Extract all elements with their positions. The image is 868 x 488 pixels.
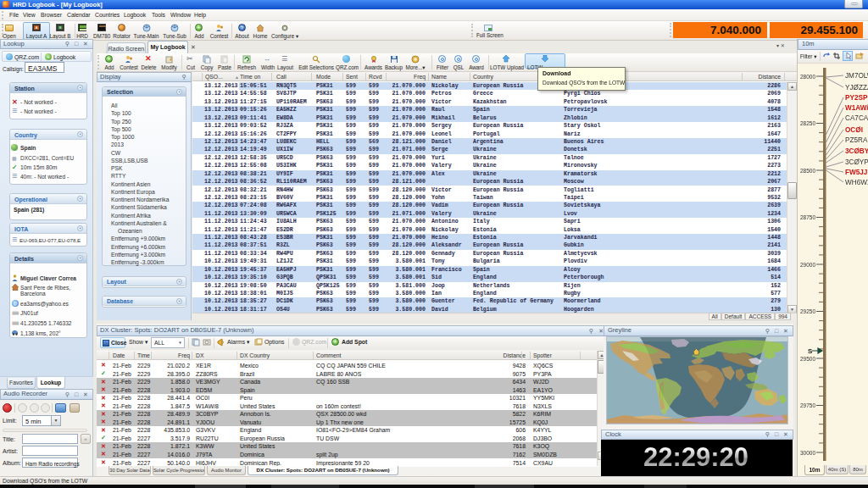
svg-text:28250: 28250 bbox=[800, 120, 815, 126]
svg-text:28750: 28750 bbox=[800, 214, 815, 220]
svg-text:29000: 29000 bbox=[800, 262, 815, 268]
svg-text:29500: 29500 bbox=[800, 356, 815, 362]
svg-text:28500: 28500 bbox=[800, 168, 815, 174]
svg-text:PZ5RA: PZ5RA bbox=[845, 136, 868, 144]
svg-text:29250: 29250 bbox=[800, 308, 815, 314]
svg-text:OCØI: OCØI bbox=[845, 126, 863, 134]
svg-text:FW5JJ: FW5JJ bbox=[845, 169, 867, 176]
svg-text:CA7CAQ: CA7CAQ bbox=[845, 114, 868, 122]
svg-text:28000: 28000 bbox=[800, 74, 815, 80]
svg-text:29750: 29750 bbox=[800, 402, 815, 408]
svg-text:30000: 30000 bbox=[800, 450, 815, 456]
svg-text:YJØZZA: YJØZZA bbox=[845, 84, 868, 92]
svg-text:3CØBY: 3CØBY bbox=[845, 147, 868, 155]
svg-text:W1AW/: W1AW/ bbox=[845, 104, 868, 112]
svg-text:WH6WX: WH6WX bbox=[845, 179, 868, 186]
svg-text:PY2SP: PY2SP bbox=[845, 94, 868, 102]
svg-text:JM7OLW: JM7OLW bbox=[845, 72, 868, 80]
svg-text:3CØYP: 3CØYP bbox=[845, 158, 868, 166]
